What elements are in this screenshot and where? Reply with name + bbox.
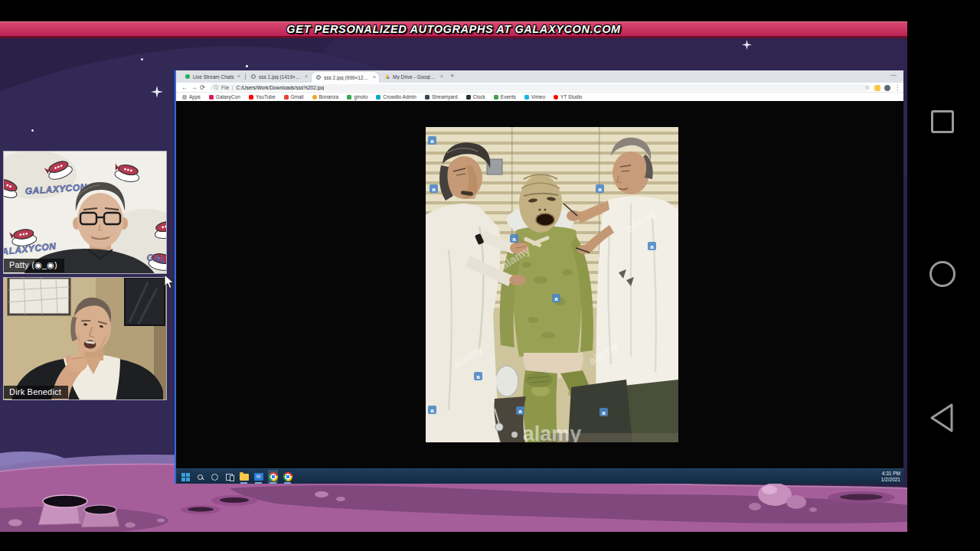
bookmark-label: Clock	[473, 94, 485, 99]
profile-avatar[interactable]	[884, 85, 890, 91]
back-icon[interactable]: ←	[181, 83, 188, 91]
tab-title: sss 2.jpg (999×1253)	[324, 75, 370, 80]
task-view-button[interactable]	[224, 470, 234, 484]
bookmarks-bar: Apps GalaxyCon YouTube Gmail Bonanza gmo…	[176, 93, 903, 101]
bookmark-events[interactable]: Events	[494, 94, 516, 99]
stream-screen: Live Stream Chats × sss 1.jpg (1419×888)…	[0, 0, 980, 551]
tab-sss1-image[interactable]: sss 1.jpg (1419×888) ×	[247, 70, 311, 83]
bookmark-apps[interactable]: Apps	[182, 94, 201, 99]
bookmark-label: YT Studio	[560, 94, 582, 99]
bookmark-label: Events	[501, 94, 516, 99]
svg-text:a: a	[554, 295, 558, 302]
bookmark-gmail[interactable]: Gmail	[284, 94, 304, 99]
bookmark-yt-studio[interactable]: YT Studio	[554, 94, 582, 99]
chrome-icon	[283, 472, 292, 481]
back-button[interactable]	[928, 403, 956, 433]
bookmark-gmoto[interactable]: gmoto	[347, 94, 368, 99]
bookmark-label: Vimeo	[531, 94, 545, 99]
bookmark-galaxycon[interactable]: GalaxyCon	[209, 94, 240, 99]
gmail-favicon	[284, 95, 289, 99]
tab-google-drive[interactable]: My Drive - Google Drive ×	[381, 70, 446, 83]
tab-favicon	[251, 74, 256, 79]
webcam-patty: GALAXYCON GALAXYCON GALAXYCON Patty (◉_	[3, 151, 167, 274]
webcam-dirk-video	[4, 278, 167, 400]
bookmark-label: YouTube	[256, 94, 276, 99]
start-button[interactable]	[181, 470, 191, 484]
svg-text:a: a	[430, 138, 434, 145]
clock-favicon	[466, 95, 471, 99]
taskbar-clock[interactable]: 4:31 PM 1/2/2021	[881, 471, 900, 483]
clock-time: 4:31 PM	[881, 471, 900, 477]
bookmark-clock[interactable]: Clock	[466, 94, 485, 99]
shared-screen-browser-window: Live Stream Chats × sss 1.jpg (1419×888)…	[175, 70, 903, 484]
bookmark-streamyard[interactable]: Streamyard	[425, 94, 458, 99]
tab-separator	[245, 73, 246, 80]
tab-sss2-image-active[interactable]: sss 2.jpg (999×1253) ×	[312, 72, 379, 83]
tab-live-stream-chats[interactable]: Live Stream Chats ×	[181, 70, 243, 83]
new-tab-button[interactable]: +	[450, 72, 454, 80]
close-icon[interactable]: ×	[440, 74, 443, 79]
name-label-patty: Patty (◉_◉)	[4, 259, 64, 272]
promo-banner-text: GET PERSONALIZED AUTOGRAPHS AT GALAXYCON…	[286, 23, 620, 35]
vimeo-favicon	[524, 95, 529, 99]
sparkle-star	[151, 86, 163, 98]
svg-text:a: a	[650, 243, 654, 250]
android-nav-bar	[907, 0, 980, 551]
apps-grid-icon	[182, 95, 187, 99]
chrome-button-active[interactable]	[268, 470, 278, 484]
bookmark-label: gmoto	[354, 94, 368, 99]
bookmark-youtube[interactable]: YouTube	[249, 94, 276, 99]
reload-icon[interactable]: ⟳	[200, 83, 205, 91]
bonanza-favicon	[312, 95, 317, 99]
name-label-dirk-benedict: Dirk Benedict	[4, 386, 68, 399]
tab-title: Live Stream Chats	[193, 74, 234, 80]
gmoto-favicon	[347, 95, 351, 99]
close-icon[interactable]: ×	[373, 75, 376, 80]
home-button[interactable]	[929, 261, 956, 287]
chrome-icon	[269, 472, 278, 481]
top-letterbox-bar	[0, 0, 980, 21]
crowdio-favicon	[376, 95, 381, 99]
extension-icon[interactable]	[874, 85, 880, 91]
address-bar[interactable]: ⓘ File C:/Users/Work/Downloads/sss%202.j…	[210, 84, 868, 91]
forward-icon[interactable]: →	[191, 83, 198, 91]
promo-banner: GET PERSONALIZED AUTOGRAPHS AT GALAXYCON…	[0, 21, 907, 38]
bookmark-vimeo[interactable]: Vimeo	[524, 94, 545, 99]
mail-icon: ✉	[254, 473, 263, 481]
svg-text:a: a	[602, 409, 606, 416]
file-explorer-button[interactable]	[239, 470, 249, 484]
search-button[interactable]	[195, 470, 205, 484]
sparkle-star	[742, 40, 752, 50]
stock-photo-creature-makeup[interactable]: alamy alamy alamy alamy alamy a a	[426, 127, 678, 442]
star	[31, 129, 34, 132]
webcam-dirk-benedict: Dirk Benedict	[3, 277, 167, 400]
page-info-icon[interactable]: ⓘ	[214, 84, 218, 91]
yt-studio-favicon	[554, 95, 558, 99]
bookmark-label: Bonanza	[319, 94, 339, 99]
close-icon[interactable]: ×	[305, 74, 308, 79]
star	[141, 58, 143, 60]
youtube-favicon	[249, 95, 253, 99]
close-icon[interactable]: ×	[237, 74, 240, 79]
bookmark-bonanza[interactable]: Bonanza	[312, 94, 339, 99]
search-icon	[198, 474, 203, 480]
chrome-button-2[interactable]	[283, 470, 292, 484]
recents-button[interactable]	[931, 110, 954, 133]
svg-text:a: a	[432, 186, 436, 193]
bookmark-star-icon[interactable]: ☆	[865, 84, 871, 91]
bookmark-crowdio-admin[interactable]: Crowdio Admin	[376, 94, 416, 99]
svg-text:a: a	[476, 373, 480, 380]
tab-title: My Drive - Google Drive	[393, 74, 437, 80]
cortana-button[interactable]	[210, 470, 220, 484]
svg-text:a: a	[518, 408, 522, 415]
bookmark-label: Crowdio Admin	[383, 94, 416, 99]
tab-strip: Live Stream Chats × sss 1.jpg (1419×888)…	[176, 70, 903, 83]
svg-text:a: a	[430, 407, 434, 414]
envelope-glyph: ✉	[256, 474, 261, 480]
page-content: alamy alamy alamy alamy alamy a a	[176, 101, 903, 468]
minimize-icon[interactable]: —	[890, 71, 897, 78]
mail-button[interactable]: ✉	[253, 470, 263, 484]
svg-text:a: a	[512, 236, 516, 243]
browser-menu-icon[interactable]: ⋮	[894, 84, 900, 91]
task-view-icon	[226, 474, 233, 481]
